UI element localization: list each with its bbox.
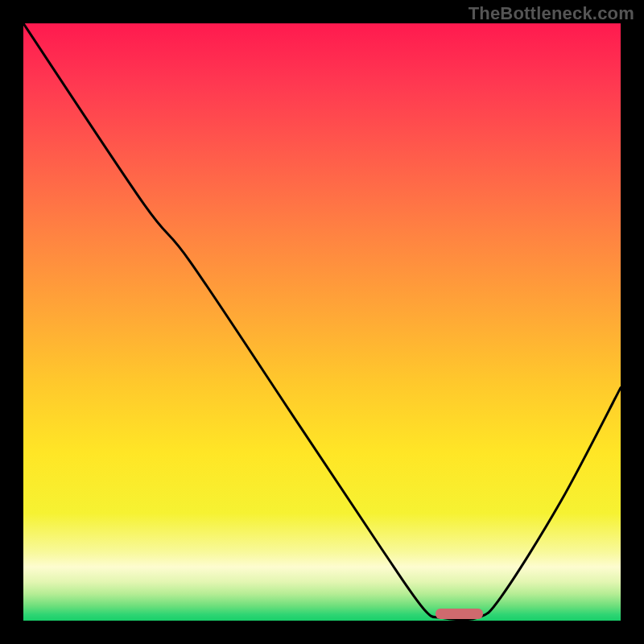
sweet-spot-marker	[436, 609, 483, 619]
bottleneck-curve	[23, 23, 621, 620]
watermark-text: TheBottleneck.com	[469, 3, 634, 24]
chart-frame: TheBottleneck.com	[0, 0, 644, 644]
curve-layer	[23, 23, 621, 621]
plot-area	[23, 23, 621, 621]
